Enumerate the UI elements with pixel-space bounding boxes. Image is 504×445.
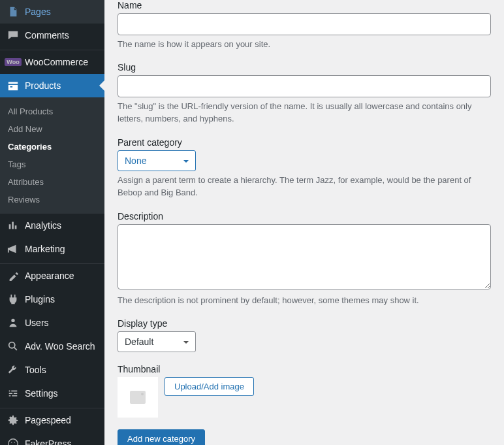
sidebar-item-label: Users (25, 318, 49, 328)
description-label: Description (118, 211, 491, 222)
woocommerce-icon: Woo (7, 56, 20, 69)
sidebar-item-analytics[interactable]: Analytics (0, 214, 104, 237)
field-description: Description The description is not promi… (118, 211, 491, 307)
field-parent-category: Parent category None Assign a parent ter… (118, 137, 491, 199)
submenu-categories[interactable]: Categories (0, 138, 104, 156)
products-submenu: All Products Add New Categories Tags Att… (0, 97, 104, 214)
sidebar-item-label: Pages (25, 7, 51, 17)
sidebar-item-marketing[interactable]: Marketing (0, 237, 104, 261)
description-description: The description is not prominent by defa… (118, 294, 491, 307)
search-icon (7, 340, 20, 353)
sidebar-item-label: Analytics (25, 220, 61, 231)
slug-input[interactable] (118, 75, 491, 97)
appearance-icon (7, 269, 20, 282)
analytics-icon (7, 219, 20, 232)
main-content: Name The name is how it appears on your … (104, 0, 504, 445)
field-slug: Slug The "slug" is the URL-friendly vers… (118, 62, 491, 125)
sidebar-item-label: WooCommerce (25, 57, 88, 67)
products-icon (7, 79, 20, 92)
sidebar-item-pagespeed[interactable]: Pagespeed (0, 408, 104, 432)
image-placeholder-icon (130, 391, 146, 404)
settings-icon (7, 387, 20, 400)
submenu-all-products[interactable]: All Products (0, 103, 104, 120)
parent-description: Assign a parent term to create a hierarc… (118, 174, 491, 199)
sidebar-item-woocommerce[interactable]: Woo WooCommerce (0, 50, 104, 74)
submenu-add-new[interactable]: Add New (0, 120, 104, 138)
tools-icon (7, 363, 20, 376)
parent-label: Parent category (118, 137, 491, 148)
sidebar-item-pages[interactable]: Pages (0, 0, 104, 24)
sidebar-item-label: Pagespeed (25, 415, 71, 425)
submenu-reviews[interactable]: Reviews (0, 191, 104, 208)
sidebar-item-label: Products (25, 80, 61, 91)
sidebar-item-tools[interactable]: Tools (0, 358, 104, 382)
thumbnail-placeholder (118, 377, 158, 418)
sidebar-item-fakerpress[interactable]: FakerPress (0, 432, 104, 445)
plugins-icon (7, 293, 20, 306)
sidebar-item-label: Appearance (25, 271, 74, 281)
display-type-label: Display type (118, 318, 491, 329)
upload-image-button[interactable]: Upload/Add image (165, 377, 254, 396)
fakerpress-icon (7, 437, 20, 445)
slug-description: The "slug" is the URL-friendly version o… (118, 100, 491, 125)
sidebar-item-label: Settings (25, 388, 58, 399)
name-description: The name is how it appears on your site. (118, 38, 491, 51)
sidebar-item-appearance[interactable]: Appearance (0, 264, 104, 288)
name-label: Name (118, 0, 491, 10)
sidebar-item-label: Tools (25, 365, 46, 375)
users-icon (7, 316, 20, 329)
sidebar-item-comments[interactable]: Comments (0, 24, 104, 47)
sidebar-item-label: Comments (25, 30, 69, 41)
gear-icon (7, 414, 20, 427)
submenu-attributes[interactable]: Attributes (0, 173, 104, 191)
field-name: Name The name is how it appears on your … (118, 0, 491, 50)
sidebar-item-advwoo[interactable]: Adv. Woo Search (0, 335, 104, 358)
marketing-icon (7, 242, 20, 255)
add-new-category-button[interactable]: Add new category (118, 429, 205, 445)
display-type-select[interactable]: Default (118, 331, 196, 352)
field-submit: Add new category (118, 429, 491, 445)
admin-sidebar: Pages Comments Woo WooCommerce Products … (0, 0, 104, 445)
slug-label: Slug (118, 62, 491, 73)
thumbnail-label: Thumbnail (118, 364, 491, 374)
svg-point-0 (8, 439, 18, 445)
field-thumbnail: Thumbnail Upload/Add image (118, 364, 491, 418)
sidebar-item-label: Marketing (25, 244, 65, 254)
sidebar-item-label: Plugins (25, 294, 55, 305)
sidebar-item-users[interactable]: Users (0, 311, 104, 335)
sidebar-item-settings[interactable]: Settings (0, 382, 104, 405)
sidebar-item-plugins[interactable]: Plugins (0, 288, 104, 311)
name-input[interactable] (118, 13, 491, 35)
sidebar-item-label: Adv. Woo Search (25, 341, 95, 352)
submenu-tags[interactable]: Tags (0, 156, 104, 173)
sidebar-item-label: FakerPress (25, 438, 72, 445)
parent-category-select[interactable]: None (118, 150, 196, 171)
comments-icon (7, 29, 20, 42)
field-display-type: Display type Default (118, 318, 491, 352)
description-textarea[interactable] (118, 224, 491, 289)
pages-icon (7, 5, 20, 18)
sidebar-item-products[interactable]: Products (0, 74, 104, 97)
